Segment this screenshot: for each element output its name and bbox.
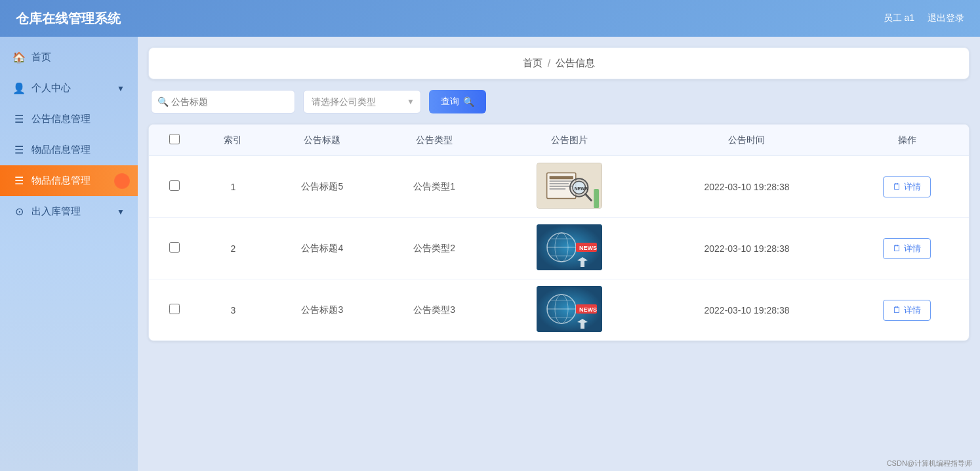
sidebar-item-goods1[interactable]: ☰ 物品信息管理	[0, 134, 138, 165]
breadcrumb: 首页 / 公告信息	[148, 47, 970, 79]
query-label: 查询	[441, 96, 459, 108]
sidebar-item-label: 公告信息管理	[31, 113, 91, 125]
sidebar-item-announcement[interactable]: ☰ 公告信息管理	[0, 104, 138, 134]
detail-button[interactable]: 🗒 详情	[883, 176, 931, 197]
sidebar-item-home[interactable]: 🏠 首页	[0, 42, 138, 73]
row-type: 公告类型3	[378, 279, 491, 341]
row-image-cell: NEWS	[491, 279, 649, 341]
svg-text:NEWS: NEWS	[575, 186, 588, 191]
row-image: NEWS	[537, 163, 602, 209]
row-action-cell: 🗒 详情	[845, 279, 969, 341]
search-icon: 🔍	[157, 96, 169, 107]
col-index: 索引	[200, 125, 266, 156]
row-checkbox-cell	[149, 218, 200, 279]
svg-rect-4	[550, 183, 569, 184]
row-image-cell: NEWS	[491, 156, 649, 218]
app-title: 仓库在线管理系统	[16, 10, 121, 28]
svg-rect-2	[550, 176, 573, 179]
sidebar-item-personal[interactable]: 👤 个人中心 ▼	[0, 73, 138, 104]
table-header-row: 索引 公告标题 公告类型 公告图片 公告时间 操作	[149, 125, 969, 156]
circle-icon: ⊙	[13, 206, 25, 218]
home-icon: 🏠	[13, 52, 25, 64]
layout: 🏠 首页 👤 个人中心 ▼ ☰ 公告信息管理 ☰ 物品信息管理 ☰ 物品信息管理…	[0, 37, 980, 471]
document-icon: 🗒	[893, 305, 901, 315]
document-icon: 🗒	[893, 182, 901, 192]
row-type: 公告类型1	[378, 156, 491, 218]
col-image: 公告图片	[491, 125, 649, 156]
select-all-checkbox[interactable]	[169, 134, 180, 144]
title-search-input[interactable]	[151, 90, 295, 113]
detail-button[interactable]: 🗒 详情	[883, 238, 931, 259]
row-checkbox[interactable]	[169, 304, 180, 314]
svg-rect-6	[550, 188, 566, 190]
person-icon: 👤	[13, 83, 25, 94]
footer-credit: CSDN@计算机编程指导师	[887, 459, 972, 468]
sidebar-item-label: 物品信息管理	[31, 144, 91, 156]
row-checkbox[interactable]	[169, 242, 180, 253]
breadcrumb-separator: /	[548, 58, 550, 70]
row-time: 2022-03-10 19:28:38	[649, 156, 846, 218]
svg-text:NEWS: NEWS	[579, 245, 597, 251]
title-search-wrap: 🔍	[151, 90, 295, 113]
row-action-cell: 🗒 详情	[845, 156, 969, 218]
breadcrumb-home: 首页	[523, 57, 542, 70]
detail-label: 详情	[904, 243, 921, 255]
list-icon: ☰	[13, 175, 25, 187]
news-image-svg: NEWS	[537, 163, 602, 209]
logout-button[interactable]: 退出登录	[928, 12, 964, 24]
row-index: 3	[200, 279, 266, 341]
table-row: 3 公告标题3 公告类型3	[149, 279, 969, 341]
header-user: 员工 a1	[884, 12, 914, 24]
row-time: 2022-03-10 19:28:38	[649, 218, 846, 279]
col-type: 公告类型	[378, 125, 491, 156]
svg-text:NEWS: NEWS	[579, 306, 597, 313]
sidebar: 🏠 首页 👤 个人中心 ▼ ☰ 公告信息管理 ☰ 物品信息管理 ☰ 物品信息管理…	[0, 37, 138, 471]
table-row: 1 公告标题5 公告类型1	[149, 156, 969, 218]
sidebar-item-label: 物品信息管理	[31, 174, 91, 187]
search-icon: 🔍	[463, 96, 474, 107]
news-image-svg: NEWS	[537, 286, 602, 332]
search-bar: 🔍 请选择公司类型公告类型1公告类型2公告类型3 ▼ 查询 🔍	[148, 90, 970, 113]
chevron-down-icon: ▼	[117, 207, 125, 216]
svg-rect-11	[594, 189, 599, 208]
row-checkbox-cell	[149, 279, 200, 341]
row-type: 公告类型2	[378, 218, 491, 279]
row-title: 公告标题3	[266, 279, 378, 341]
data-table: 索引 公告标题 公告类型 公告图片 公告时间 操作 1	[148, 124, 970, 341]
header-right: 员工 a1 退出登录	[884, 12, 964, 24]
news-image-svg: NEWS	[537, 224, 602, 270]
col-title: 公告标题	[266, 125, 378, 156]
col-action: 操作	[845, 125, 969, 156]
sidebar-item-label: 个人中心	[31, 82, 71, 94]
row-checkbox[interactable]	[169, 180, 180, 191]
list-icon: ☰	[13, 113, 25, 125]
table-row: 2 公告标题4 公告类型2	[149, 218, 969, 279]
svg-rect-3	[550, 180, 573, 182]
type-select-wrap: 请选择公司类型公告类型1公告类型2公告类型3 ▼	[303, 90, 421, 113]
detail-button[interactable]: 🗒 详情	[883, 300, 931, 321]
row-image-cell: NEWS	[491, 218, 649, 279]
row-checkbox-cell	[149, 156, 200, 218]
main-content: 首页 / 公告信息 🔍 请选择公司类型公告类型1公告类型2公告类型3 ▼ 查询 …	[138, 37, 980, 471]
type-select[interactable]: 请选择公司类型公告类型1公告类型2公告类型3	[303, 90, 421, 113]
sidebar-item-label: 出入库管理	[31, 205, 81, 218]
row-index: 1	[200, 156, 266, 218]
sidebar-item-goods2[interactable]: ☰ 物品信息管理	[0, 165, 138, 196]
row-title: 公告标题4	[266, 218, 378, 279]
detail-label: 详情	[904, 181, 921, 193]
breadcrumb-current: 公告信息	[556, 57, 595, 70]
row-index: 2	[200, 218, 266, 279]
col-checkbox	[149, 125, 200, 156]
detail-label: 详情	[904, 304, 921, 316]
query-button[interactable]: 查询 🔍	[429, 90, 486, 113]
sidebar-item-inout[interactable]: ⊙ 出入库管理 ▼	[0, 196, 138, 227]
document-icon: 🗒	[893, 243, 901, 253]
header: 仓库在线管理系统 员工 a1 退出登录	[0, 0, 980, 37]
sidebar-item-label: 首页	[31, 51, 51, 64]
row-image: NEWS	[537, 286, 602, 332]
chevron-down-icon: ▼	[117, 84, 125, 93]
row-title: 公告标题5	[266, 156, 378, 218]
col-time: 公告时间	[649, 125, 846, 156]
row-time: 2022-03-10 19:28:38	[649, 279, 846, 341]
list-icon: ☰	[13, 144, 25, 156]
